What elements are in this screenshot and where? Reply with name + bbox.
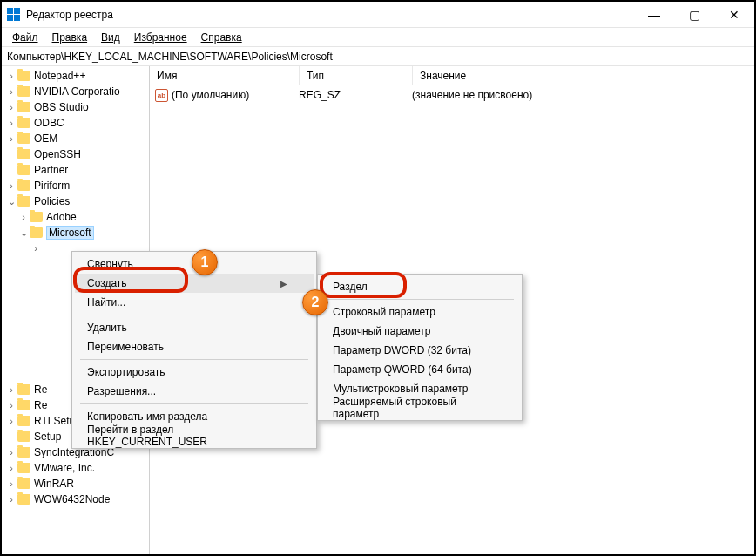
ctx-item-permissions[interactable]: Разрешения...	[75, 382, 314, 401]
col-header-value[interactable]: Значение	[413, 66, 754, 85]
regedit-icon	[7, 8, 21, 22]
tree-node-microsoft[interactable]: ⌄Microsoft	[14, 225, 149, 241]
context-menu-new: Раздел Строковый параметр Двоичный парам…	[317, 274, 523, 421]
ctx-separator	[80, 359, 308, 360]
menu-file[interactable]: Файл	[7, 30, 44, 45]
value-name: (По умолчанию)	[172, 89, 299, 101]
list-header: Имя Тип Значение	[150, 66, 754, 85]
ctx-item-find[interactable]: Найти...	[75, 293, 314, 312]
value-row-default[interactable]: ab (По умолчанию) REG_SZ (значение не пр…	[150, 87, 754, 103]
ctx-item-new-qword[interactable]: Параметр QWORD (64 бита)	[321, 360, 519, 379]
tree-node-adobe[interactable]: ›Adobe	[14, 209, 149, 225]
col-header-type[interactable]: Тип	[300, 66, 413, 85]
ctx-item-new-binary[interactable]: Двоичный параметр	[321, 322, 519, 341]
address-path: Компьютер\HKEY_LOCAL_MACHINE\SOFTWARE\Po…	[7, 51, 333, 63]
ctx-item-rename[interactable]: Переименовать	[75, 337, 314, 356]
titlebar: Редактор реестра — ▢ ✕	[2, 2, 754, 28]
registry-editor-window: Редактор реестра — ▢ ✕ Файл Правка Вид И…	[0, 0, 756, 556]
tree-node-oem[interactable]: ›OEM	[2, 131, 149, 146]
tree-node-wow64[interactable]: ›WOW6432Node	[2, 492, 149, 507]
value-data: (значение не присвоено)	[412, 89, 754, 101]
tree-node-vmware[interactable]: ›VMware, Inc.	[2, 460, 149, 476]
ctx-item-goto-hkcu[interactable]: Перейти в раздел HKEY_CURRENT_USER	[75, 426, 314, 445]
ctx-item-new-key[interactable]: Раздел	[321, 277, 519, 296]
annotation-badge-2: 2	[302, 289, 328, 315]
menu-favorites[interactable]: Избранное	[129, 30, 192, 45]
tree-node-openssh[interactable]: OpenSSH	[2, 146, 149, 162]
value-type: REG_SZ	[299, 89, 412, 101]
close-button[interactable]: ✕	[714, 2, 754, 27]
tree-node-obs[interactable]: ›OBS Studio	[2, 99, 149, 115]
window-title: Редактор реестра	[26, 9, 634, 21]
ctx-item-delete[interactable]: Удалить	[75, 318, 314, 337]
minimize-button[interactable]: —	[634, 2, 674, 27]
tree-node-winrar[interactable]: ›WinRAR	[2, 476, 149, 492]
tree-node-policies[interactable]: ⌄Policies	[2, 193, 149, 209]
tree-node-nvidia[interactable]: ›NVIDIA Corporatio	[2, 84, 149, 99]
col-header-name[interactable]: Имя	[150, 66, 300, 85]
tree-node-piriform[interactable]: ›Piriform	[2, 178, 149, 193]
window-controls: — ▢ ✕	[634, 2, 754, 27]
ctx-item-new-string[interactable]: Строковый параметр	[321, 302, 519, 322]
ctx-separator	[326, 299, 514, 300]
ctx-item-new-dword[interactable]: Параметр DWORD (32 бита)	[321, 341, 519, 360]
ctx-item-new[interactable]: Создать▶	[75, 274, 314, 293]
maximize-button[interactable]: ▢	[674, 2, 714, 27]
ctx-item-new-expandstring[interactable]: Расширяемый строковый параметр	[321, 398, 519, 417]
menu-view[interactable]: Вид	[96, 30, 125, 45]
context-menu-primary: Свернуть Создать▶ Найти... Удалить Переи…	[71, 251, 317, 449]
annotation-badge-1: 1	[192, 249, 218, 275]
tree-node-odbc[interactable]: ›ODBC	[2, 115, 149, 131]
menu-edit[interactable]: Правка	[47, 30, 93, 45]
string-value-icon: ab	[155, 89, 168, 102]
chevron-right-icon: ▶	[280, 279, 287, 288]
ctx-separator	[80, 403, 308, 404]
tree-node-partner[interactable]: Partner	[2, 162, 149, 178]
ctx-item-export[interactable]: Экспортировать	[75, 363, 314, 382]
tree-node-notepadpp[interactable]: ›Notepad++	[2, 68, 149, 84]
menubar: Файл Правка Вид Избранное Справка	[2, 28, 754, 47]
menu-help[interactable]: Справка	[196, 30, 247, 45]
addressbar[interactable]: Компьютер\HKEY_LOCAL_MACHINE\SOFTWARE\Po…	[2, 47, 754, 66]
ctx-separator	[80, 315, 308, 315]
